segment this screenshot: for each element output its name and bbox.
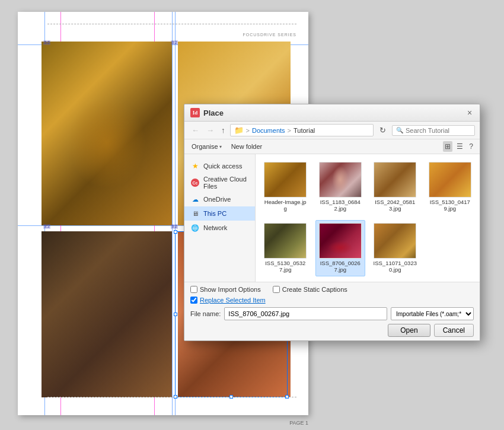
filename-input[interactable] [224,307,387,320]
file-name-5: ISS_5130_05327.jpg [263,260,308,273]
file-name-2: ISS_1183_06842.jpg [318,199,363,212]
sidebar-label-onedrive: OneDrive [203,196,231,203]
computer-icon: 🖥 [190,209,200,218]
sidebar-item-quick-access[interactable]: ★ Quick access [184,159,255,173]
dialog-sidebar: ★ Quick access Cc Creative Cloud Files ☁… [184,154,256,282]
open-button[interactable]: Open [388,324,430,337]
guide-line-v3 [175,12,176,415]
network-icon: 🌐 [190,223,200,232]
corner-indicator-tr: 3:2 [171,40,178,45]
breadcrumb-bar: 📁 > Documents > Tutorial [230,124,374,136]
replace-selected-checkbox[interactable] [190,297,197,304]
file-thumb-2 [319,162,362,198]
create-captions-label[interactable]: Create Static Captions [273,286,347,293]
file-thumb-3 [374,162,416,198]
nav-back-button[interactable]: ← [189,125,202,136]
cancel-button[interactable]: Cancel [434,324,474,337]
search-box: 🔍 [392,125,475,136]
selection-handle-ml [174,313,177,316]
photo-frame-bottom-left [42,231,172,397]
ruler-dashed-line [47,24,296,24]
selection-handle-tl [174,230,177,234]
dialog-title-area: Id Place [190,108,224,117]
new-folder-button[interactable]: New folder [229,142,265,151]
toolbar-right: ⊞ ☰ ? [443,141,475,152]
breadcrumb-documents[interactable]: Documents [252,127,285,134]
dialog-toolbar: Organise ▾ New folder ⊞ ☰ ? [184,139,480,154]
file-thumb-1 [264,162,307,198]
search-input[interactable] [406,127,471,134]
search-icon: 🔍 [396,127,403,133]
file-item-3[interactable]: ISS_2042_05813.jpg [370,159,420,215]
filename-label: File name: [190,310,221,317]
organise-button[interactable]: Organise ▾ [189,142,224,151]
replace-selected-label[interactable]: Replace Selected Item [190,297,266,304]
dialog-body: ★ Quick access Cc Creative Cloud Files ☁… [184,154,480,282]
place-dialog: Id Place × ← → ↑ 📁 > Documents > Tutoria… [184,104,480,341]
breadcrumb-sep1: > [246,127,250,134]
corner-indicator-tl: 3:2 [43,40,50,45]
view-icons-button[interactable]: ⊞ [443,141,452,152]
indesign-app-icon: Id [190,108,200,117]
import-options-row: Show Import Options Create Static Captio… [190,286,474,293]
replace-selected-row: Replace Selected Item [190,297,474,304]
file-thumb-7 [374,223,416,259]
corner-indicator-bl: 3:2 [43,224,50,229]
nav-up-button[interactable]: ↑ [219,125,228,136]
file-item-1[interactable]: Header-Image.jpg [260,159,311,215]
file-thumb-6 [319,223,362,259]
filetype-select[interactable]: Importable Files (*.oam;*.inds;* [391,307,474,320]
sidebar-item-this-pc[interactable]: 🖥 This PC [184,206,255,221]
sidebar-item-creative-cloud[interactable]: Cc Creative Cloud Files [184,173,255,192]
file-name-7: ISS_11071_03230.jpg [373,260,417,273]
organise-label: Organise [192,143,218,150]
corner-indicator-br: 3:2 [171,224,178,229]
file-name-1: Header-Image.jpg [263,199,308,212]
show-import-options-checkbox-label[interactable]: Show Import Options [190,286,261,293]
filename-row: File name: Importable Files (*.oam;*.ind… [190,307,474,320]
view-help-button[interactable]: ? [467,141,475,152]
breadcrumb-current: Tutorial [294,127,315,134]
view-list-button[interactable]: ☰ [455,141,465,152]
dialog-close-button[interactable]: × [465,109,474,117]
breadcrumb-sep2: > [288,127,291,134]
file-name-3: ISS_2042_05813.jpg [373,199,417,212]
sidebar-label-network: Network [203,224,227,231]
create-captions-checkbox[interactable] [273,286,280,293]
file-item-6[interactable]: ISS_8706_00267.jpg [315,220,366,276]
file-name-4: ISS_5130_04179.jpg [428,199,473,212]
guide-line-v2 [172,12,173,415]
cc-icon: Cc [190,178,200,187]
dialog-actions: Open Cancel [190,324,474,337]
page-label: PAGE 1 [289,420,308,426]
dialog-footer: Show Import Options Create Static Captio… [184,282,480,340]
organise-chevron: ▾ [219,144,222,149]
file-item-2[interactable]: ISS_1183_06842.jpg [315,159,366,215]
file-item-7[interactable]: ISS_11071_03230.jpg [370,220,420,276]
nav-refresh-button[interactable]: ↻ [376,125,390,136]
create-captions-text: Create Static Captions [282,286,347,293]
dialog-nav-bar: ← → ↑ 📁 > Documents > Tutorial ↻ 🔍 [184,122,480,139]
sidebar-label-creative-cloud: Creative Cloud Files [203,176,249,190]
nav-forward-button[interactable]: → [204,125,216,136]
photo-bottom-left-image [42,231,172,397]
ruler-dashed-line-bottom [47,397,296,397]
ruler-text-top: FOCUSDRIVE SERIES [243,30,296,38]
dialog-titlebar: Id Place × [184,104,480,122]
sidebar-item-network[interactable]: 🌐 Network [184,221,255,235]
sidebar-label-quick-access: Quick access [203,163,242,170]
photo-top-left-image [42,42,172,225]
file-grid: Header-Image.jpgISS_1183_06842.jpgISS_20… [256,154,480,282]
canvas-background: FOCUSDRIVE SERIES PAGE 1 3:2 3:2 3:2 3:2 [0,0,504,430]
star-icon: ★ [190,161,200,171]
sidebar-item-onedrive[interactable]: ☁ OneDrive [184,192,255,206]
dialog-title-text: Place [203,109,224,117]
replace-selected-text: Replace Selected Item [200,297,266,304]
onedrive-icon: ☁ [190,195,200,204]
file-name-6: ISS_8706_00267.jpg [318,260,363,273]
file-item-5[interactable]: ISS_5130_05327.jpg [260,220,311,276]
file-thumb-5 [264,223,307,259]
show-import-options-checkbox[interactable] [190,286,197,293]
file-thumb-4 [429,162,471,198]
file-item-4[interactable]: ISS_5130_04179.jpg [425,159,476,215]
